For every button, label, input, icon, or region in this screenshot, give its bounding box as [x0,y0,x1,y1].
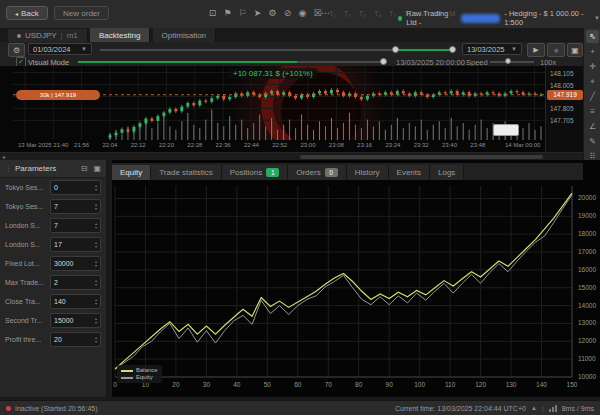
account-selector[interactable]: Raw Trading Ltd - - Hedging - $ 1 000.00… [398,9,600,27]
watch-icon[interactable]: ◉ [295,8,310,18]
range-slider-thumb-left[interactable] [392,46,399,53]
svg-text:110: 110 [445,381,456,388]
tab-optimisation[interactable]: Optimisation [153,28,216,42]
backtest-settings-button[interactable]: ⚙ [8,43,25,57]
chart-scrollbar-thumb[interactable] [300,155,543,159]
pointer-icon[interactable]: ➤ [250,8,265,18]
parameter-input[interactable]: 0▴▾ [50,180,101,195]
speed-thumb[interactable] [505,58,511,64]
account-number-redacted [461,14,500,23]
speed-slider[interactable] [490,61,534,63]
parameter-value: 30000 [54,260,73,267]
channel-icon[interactable]: ≡ [586,105,599,118]
trendline-icon[interactable]: ╱ [586,90,599,103]
playback-thumb[interactable] [380,58,387,65]
stepper-icon[interactable]: ▴▾ [95,222,97,230]
parameter-input[interactable]: 2▴▾ [50,275,101,290]
tab-positions[interactable]: Positions1 [222,165,288,180]
svg-text:40: 40 [233,381,241,388]
tab-backtesting[interactable]: Backtesting [90,28,150,42]
candlestick-plot[interactable]: +10 087.31 $ (+101%) 30k | 147.919 [13,66,545,140]
tab-label: Trade statistics [159,168,213,177]
chart-window-icon[interactable]: ⊡ [205,8,220,18]
stepper-icon[interactable]: ▴▾ [95,203,97,211]
parameter-input[interactable]: 7▴▾ [50,218,101,233]
crosshair-icon[interactable]: + [586,45,599,58]
from-date-field[interactable]: 01/03/2024▼ [28,43,92,55]
tab-events[interactable]: Events [389,165,430,180]
flag-outline-icon[interactable]: ⚐ [235,8,250,18]
angle-icon[interactable]: ∠ [586,120,599,133]
play-icon: ▶ [533,46,538,54]
target-icon[interactable]: ⌖ [586,75,599,88]
to-date-field[interactable]: 13/03/2025▼ [462,43,522,55]
draw-icon[interactable]: ✎ [586,135,599,148]
flag-icon[interactable]: ⚑ [220,8,235,18]
back-button[interactable]: ◂Back [6,6,48,20]
drag-grip-icon[interactable]: ⋮ [5,165,12,173]
svg-text:18000: 18000 [578,230,596,237]
tool-t2-icon[interactable]: T₂ [340,10,355,17]
tab-instrument-usdjpy[interactable]: USDJPY|m1 [8,29,88,43]
parameter-label: Tokyo Ses... [5,203,47,210]
svg-text:150: 150 [567,381,578,388]
stepper-icon[interactable]: ▴▾ [95,184,97,192]
stepper-icon[interactable]: ▴▾ [95,336,97,344]
parameter-value: 2 [54,279,58,286]
tool-t4-icon[interactable]: T₄ [370,10,385,17]
chevron-up-icon[interactable]: ▲ [531,405,537,411]
time-tick: 22:36 [216,142,231,148]
stepper-icon[interactable]: ▴▾ [95,317,97,325]
svg-text:140: 140 [536,381,547,388]
time-axis[interactable]: 14 Mar 00:00 13 Mar 2025 21:4021:5622:04… [0,140,583,152]
scroll-left-icon[interactable]: ◂ [2,153,5,160]
new-order-button[interactable]: New order [54,6,109,20]
parameter-input[interactable]: 7▴▾ [50,199,101,214]
stepper-icon[interactable]: ▴▾ [95,260,97,268]
tool-t3-icon[interactable]: T₃ [355,10,370,17]
play-button[interactable]: ▶ [527,43,545,57]
save-backtest-button[interactable]: ▣ [567,43,583,57]
overflow-icon[interactable]: ⋯ [318,8,333,18]
stop-icon: ■ [554,47,558,54]
tab-equity[interactable]: Equity [112,165,151,180]
save-params-icon[interactable]: ▣ [93,164,101,173]
parameter-input[interactable]: 140▴▾ [50,294,101,309]
playback-progress-rest[interactable] [297,61,380,63]
price-tick: 148.105 [550,70,574,77]
svg-text:80: 80 [355,381,363,388]
backtest-controls-row: ⚙ 01/03/2024▼ 13/03/2025▼ ▶ ■ ▣ [0,42,583,57]
tab-trade-statistics[interactable]: Trade statistics [151,165,222,180]
playback-progress-done[interactable] [78,61,297,63]
parameter-input[interactable]: 17▴▾ [50,237,101,252]
parameter-input[interactable]: 30000▴▾ [50,256,101,271]
parameter-input[interactable]: 20▴▾ [50,332,101,347]
export-icon[interactable]: ⊟ [81,164,88,173]
price-tick: 148.005 [550,82,574,89]
range-slider-thumb-right[interactable] [449,46,456,53]
bot-instance-status[interactable]: Inactive (Started 20:56:45) [15,405,98,412]
current-time-label: Current time: 13/03/2025 22:04:44 UTC+0 [395,405,526,412]
stop-button[interactable]: ■ [547,43,565,57]
parameter-input[interactable]: 15000▴▾ [50,313,101,328]
cursor-icon[interactable]: ⇖ [586,30,599,43]
scrollbar-thumb-marker[interactable] [493,124,519,136]
stepper-icon[interactable]: ▴▾ [95,298,97,306]
tab-history[interactable]: History [347,165,389,180]
position-marker[interactable]: 30k | 147.919 [16,90,100,100]
disable-icon[interactable]: ⊘ [280,8,295,18]
legend-label: Balance [136,367,158,374]
parameter-value: 15000 [54,317,73,324]
parameter-row: Fixed Lot...30000▴▾ [0,254,106,273]
tab-logs[interactable]: Logs [430,165,464,180]
svg-text:120: 120 [475,381,486,388]
time-tick: 22:12 [131,142,146,148]
parameter-row: Tokyo Ses...0▴▾ [0,178,106,197]
tab-orders[interactable]: Orders0 [288,165,346,180]
stepper-icon[interactable]: ▴▾ [95,241,97,249]
stepper-icon[interactable]: ▴▾ [95,279,97,287]
move-icon[interactable]: ✛ [586,60,599,73]
gear-icon: ⚙ [13,46,20,55]
settings-icon[interactable]: ⚙ [265,8,280,18]
price-tick: 147.805 [550,105,574,112]
